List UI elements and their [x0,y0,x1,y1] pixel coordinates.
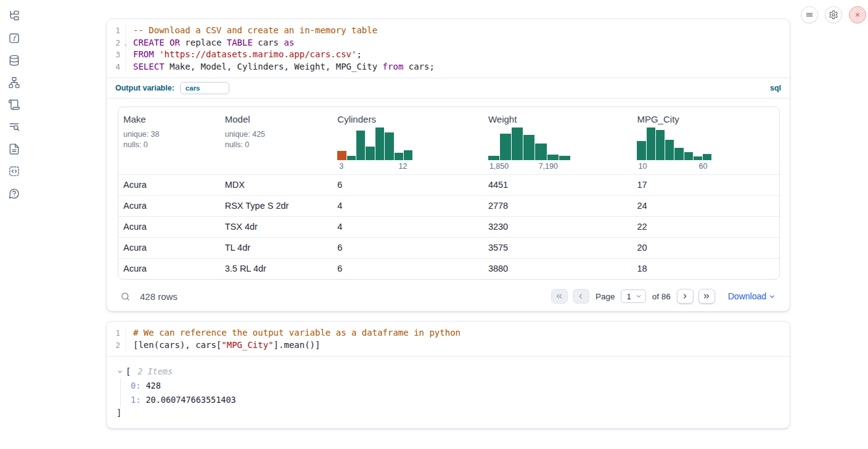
hist-bar [535,144,546,160]
output-variable-input[interactable] [180,82,229,94]
page-select-value: 1 [626,292,631,301]
column-header-model[interactable]: Modelunique: 425nulls: 0 [220,107,333,174]
hist-bar [559,156,570,160]
tree-entry: 0: 428 [131,379,780,393]
sql-cell: 1-- Download a CSV and create an in-memo… [106,18,790,312]
menu-icon [805,10,814,20]
table-row[interactable]: AcuraTSX 4dr4323022 [118,216,779,237]
help-icon [8,187,20,200]
hist-bar [703,154,711,160]
table-cell: 24 [632,196,779,216]
table-header: Makeunique: 38nulls: 0Modelunique: 425nu… [118,107,779,174]
table-cell: TL 4dr [220,238,333,258]
hist-bar [488,156,499,160]
column-header-cylinders[interactable]: Cylinders312 [332,107,483,174]
table-cell: 17 [632,175,779,195]
table-cell: 3880 [483,259,633,279]
sidebar-panel-dependencies-button[interactable] [4,73,24,92]
table-cell: 4451 [483,175,633,195]
menu-button[interactable] [801,6,818,23]
pagination: Page 1 of 86 Download [551,289,776,304]
table-cell: 20 [632,238,779,258]
table-cell: 6 [332,238,483,258]
hist-bar [656,130,665,160]
table-cell: 18 [632,259,779,279]
mpg_city-histogram: 1060 [637,127,711,171]
documentation-icon [8,143,20,155]
sidebar-panel-scratchpad-button[interactable] [4,95,24,115]
chevron-down-icon [635,293,642,300]
hist-bar [512,127,523,160]
column-header-mpg_city[interactable]: MPG_City1060 [632,107,779,174]
output-variable-row: Output variable: sql [107,78,790,98]
next-page-button[interactable] [677,289,694,304]
prev-page-button[interactable] [573,289,589,304]
code-line: 1-- Download a CSV and create an in-memo… [107,25,790,37]
line-number: 1 [107,25,126,37]
settings-button[interactable] [825,6,842,23]
table-row[interactable]: AcuraTL 4dr6357520 [118,237,779,258]
table-body: AcuraMDX6445117AcuraRSX Type S 2dr427782… [118,174,779,279]
sidebar-panel-help-button[interactable] [4,184,24,203]
download-label: Download [728,291,766,301]
cylinders-histogram: 312 [337,127,412,171]
sidebar-panel-logs-button[interactable] [4,117,24,137]
page-select[interactable]: 1 [621,289,645,303]
code-line: 3FROM 'https://datasets.marimo.app/cars.… [107,49,790,61]
column-stats: unique: 38nulls: 0 [123,129,215,150]
hist-bar [395,153,403,160]
python-editor[interactable]: 1# We can reference the output variable … [107,322,790,356]
sidebar-panel-snippets-button[interactable] [4,161,24,181]
snippets-icon [8,165,20,177]
hist-bar [665,140,674,160]
hist-bar [337,151,346,160]
sidebar-panel-file-tree-button[interactable] [4,6,24,26]
table-row[interactable]: AcuraMDX6445117 [118,174,779,195]
python-cell: 1# We can reference the output variable … [106,321,790,429]
column-header-make[interactable]: Makeunique: 38nulls: 0 [118,107,220,174]
column-label: Make [123,114,215,124]
table-row[interactable]: Acura3.5 RL 4dr6388018 [118,258,779,279]
column-label: Model [225,114,328,124]
code-line: 2[len(cars), cars["MPG_City"].mean()] [107,339,790,352]
sidebar-panel-functions-button[interactable]: f [4,28,24,48]
axis-max-label: 7,190 [539,162,558,171]
axis-min-label: 1,850 [489,162,509,171]
table-cell: Acura [118,196,220,216]
table-cell: RSX Type S 2dr [220,196,333,216]
first-page-button[interactable] [551,289,568,304]
page-label: Page [596,292,615,301]
last-page-button[interactable] [698,289,715,304]
hist-bar [694,156,702,160]
shutdown-button[interactable] [849,6,866,23]
table-footer: 428 rows Page 1 of 86 Download [118,280,779,306]
column-header-weight[interactable]: Weight1,8507,190 [483,107,633,174]
table-cell: MDX [220,175,333,195]
sql-editor[interactable]: 1-- Download a CSV and create an in-memo… [107,19,790,78]
column-stats: unique: 425nulls: 0 [225,129,328,150]
file-tree-icon [8,10,20,22]
hist-bar [500,134,511,161]
code-text: SELECT Make, Model, Cylinders, Weight, M… [126,61,435,73]
datasources-icon [8,54,20,67]
table-cell: 3.5 RL 4dr [220,259,333,279]
download-button[interactable]: Download [728,291,776,301]
open-bracket: [ [126,365,131,378]
hist-bar [523,135,534,160]
chevron-down-icon [635,293,642,300]
hist-bar [375,127,384,160]
sidebar-panel-documentation-button[interactable] [4,139,24,159]
line-number: 1 [107,327,126,339]
hist-bar [356,131,365,160]
table-cell: 4 [332,217,483,237]
search-icon [120,291,131,302]
sidebar-panel-datasources-button[interactable] [4,51,24,70]
cars-table: Makeunique: 38nulls: 0Modelunique: 425nu… [118,107,780,280]
tree-body: 0: 4281: 20.060747663551403 [120,379,780,407]
code-text: -- Download a CSV and create an in-memor… [126,25,377,37]
table-row[interactable]: AcuraRSX Type S 2dr4277824 [118,195,779,216]
search-icon[interactable] [120,291,131,302]
tree-entry: 1: 20.060747663551403 [131,393,780,407]
collapse-caret-icon[interactable] [117,368,123,375]
language-badge: sql [770,84,781,92]
